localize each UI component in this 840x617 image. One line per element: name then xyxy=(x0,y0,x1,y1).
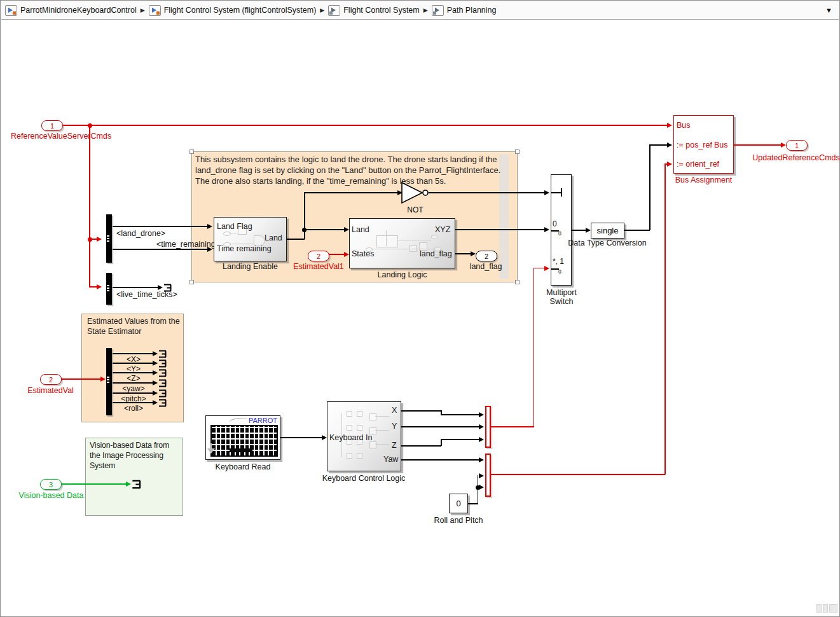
wire-yaw[interactable] xyxy=(113,382,153,384)
signal-label-time-remaining[interactable]: <time_remaining> xyxy=(156,240,220,249)
wire-estimatedval1[interactable] xyxy=(329,254,344,255)
block-name[interactable]: Keyboard Read xyxy=(205,462,280,471)
data-type-conversion-block[interactable]: single xyxy=(591,223,624,239)
wire-rollpitch-up[interactable] xyxy=(478,475,479,504)
wire-x[interactable] xyxy=(113,353,153,354)
mux-yaw-rollpitch[interactable] xyxy=(485,454,491,497)
terminator-block[interactable] xyxy=(158,378,167,389)
wire-mux1-out[interactable] xyxy=(491,426,534,427)
breadcrumb-item-fcs-ref[interactable]: Flight Control System (flightControlSyst… xyxy=(149,5,317,16)
breadcrumb-item-path-planning[interactable]: Path Planning xyxy=(432,5,497,16)
wire-mux1-in[interactable] xyxy=(534,268,544,269)
wire-to-bus-selector1[interactable] xyxy=(89,239,97,240)
wire-vision[interactable] xyxy=(61,483,126,485)
wire-switch-out[interactable] xyxy=(572,230,586,231)
wire-land-drone[interactable] xyxy=(113,226,207,227)
wire-mux2-up[interactable] xyxy=(664,163,666,475)
signal-label-z[interactable]: <Z> xyxy=(114,374,153,383)
wire-land-to-logic[interactable] xyxy=(304,229,344,230)
selection-handle[interactable] xyxy=(189,280,194,284)
wire-mux2-out[interactable] xyxy=(491,474,665,475)
block-name[interactable]: Data Type Conversion xyxy=(563,239,652,247)
not-gate-block[interactable] xyxy=(401,181,430,204)
terminator-block[interactable] xyxy=(163,282,172,293)
wire-land-to-not[interactable] xyxy=(304,192,397,193)
breadcrumb-item-root[interactable]: ParrotMinidroneKeyboardControl xyxy=(5,5,137,16)
wire-x-out2[interactable] xyxy=(441,414,479,415)
wire-x-out[interactable] xyxy=(401,410,441,412)
roll-and-pitch-block[interactable]: 0 xyxy=(449,494,468,513)
bus-selector-estimated[interactable] xyxy=(106,348,112,415)
wire-not-out[interactable] xyxy=(429,192,544,193)
signal-label-yaw[interactable]: <yaw> xyxy=(114,384,153,393)
selection-handle[interactable] xyxy=(515,280,520,284)
terminator-block[interactable] xyxy=(158,368,167,378)
wire-arrow xyxy=(667,123,672,128)
wire-single-out[interactable] xyxy=(624,230,650,231)
inport-label[interactable]: EstimatedVal xyxy=(24,386,78,395)
terminator-block[interactable] xyxy=(131,478,142,490)
breadcrumb-dropdown-icon[interactable]: ▼ xyxy=(825,6,832,14)
block-name[interactable]: Keyboard Control Logic xyxy=(319,474,408,483)
keyboard-read-block[interactable]: PARROT xyxy=(205,415,280,460)
wire-roll[interactable] xyxy=(113,402,153,403)
subsystem-note-text: This subsystem contains the logic to lan… xyxy=(195,154,511,186)
wire-reference-bus[interactable] xyxy=(61,125,667,126)
wire-xyz[interactable] xyxy=(455,229,544,230)
wire-bus-out[interactable] xyxy=(734,144,781,146)
outport-updated-reference[interactable]: 1 xyxy=(786,140,808,151)
inport-label[interactable]: ReferenceValueServerCmds xyxy=(11,132,111,141)
selection-handle[interactable] xyxy=(189,149,194,154)
wire-mux1-up[interactable] xyxy=(534,268,535,427)
breadcrumb-label[interactable]: ParrotMinidroneKeyboardControl xyxy=(20,6,137,15)
signal-label-roll[interactable]: <roll> xyxy=(114,404,153,413)
block-name[interactable]: NOT xyxy=(401,205,429,214)
wire-time-remaining[interactable] xyxy=(113,249,207,250)
breadcrumb-label[interactable]: Flight Control System xyxy=(343,6,419,15)
wire-land-flag[interactable] xyxy=(455,253,471,254)
wire-y[interactable] xyxy=(113,363,153,364)
bus-selector-2[interactable] xyxy=(106,273,112,305)
mux-xyz[interactable] xyxy=(485,406,491,448)
wire-z-step[interactable] xyxy=(441,439,442,446)
selection-handle[interactable] xyxy=(515,149,520,154)
wire-z-out2[interactable] xyxy=(441,439,479,440)
block-name[interactable]: Landing Enable xyxy=(214,262,287,271)
inport-label[interactable]: EstimatedVal1 xyxy=(290,262,347,271)
wire-reference-branch[interactable] xyxy=(89,125,90,287)
port-label: Bus xyxy=(714,141,728,149)
wire-land-branch[interactable] xyxy=(304,192,305,239)
block-name[interactable]: Multiport Switch xyxy=(539,288,584,306)
wire-land[interactable] xyxy=(287,239,305,240)
inport-vision[interactable]: 3 xyxy=(40,479,62,490)
wire-z-out[interactable] xyxy=(401,445,441,447)
wire-y-out[interactable] xyxy=(401,426,479,427)
block-name[interactable]: Roll and Pitch xyxy=(430,516,487,525)
outport-land-flag[interactable]: 2 xyxy=(476,251,497,261)
breadcrumb-label[interactable]: Path Planning xyxy=(447,6,497,15)
inport-estimatedval[interactable]: 2 xyxy=(40,374,62,385)
wire-keyboard[interactable] xyxy=(280,437,322,438)
port-label: Bus xyxy=(677,121,691,130)
wire-to-pos-ref[interactable] xyxy=(649,144,667,146)
block-name[interactable]: Landing Logic xyxy=(349,270,455,279)
inport-estimatedval1[interactable]: 2 xyxy=(308,251,329,261)
signal-label-land-drone[interactable]: <land_drone> xyxy=(116,229,165,238)
block-name[interactable]: Bus Assignment xyxy=(673,176,734,184)
breadcrumb-item-fcs[interactable]: Flight Control System xyxy=(328,5,419,16)
wire-estimatedval[interactable] xyxy=(61,378,100,380)
wire-z[interactable] xyxy=(113,372,153,373)
terminator-block[interactable] xyxy=(158,398,167,408)
wire-yaw-out[interactable] xyxy=(401,459,479,461)
bus-selector-1[interactable] xyxy=(106,214,112,263)
wire-pitch[interactable] xyxy=(113,392,153,394)
wire-arrow xyxy=(667,142,672,148)
outport-label[interactable]: UpdatedReferenceCmds xyxy=(751,153,840,162)
inport-reference[interactable]: 1 xyxy=(41,120,63,131)
wire-live-time-ticks[interactable] xyxy=(113,287,158,288)
breadcrumb-label[interactable]: Flight Control System (flightControlSyst… xyxy=(164,6,317,15)
wire-single-up[interactable] xyxy=(649,145,651,230)
outport-label[interactable]: land_flag xyxy=(465,262,507,271)
inport-label[interactable]: Vision-based Data xyxy=(15,491,88,500)
wire-to-bus-selector2[interactable] xyxy=(89,286,97,288)
